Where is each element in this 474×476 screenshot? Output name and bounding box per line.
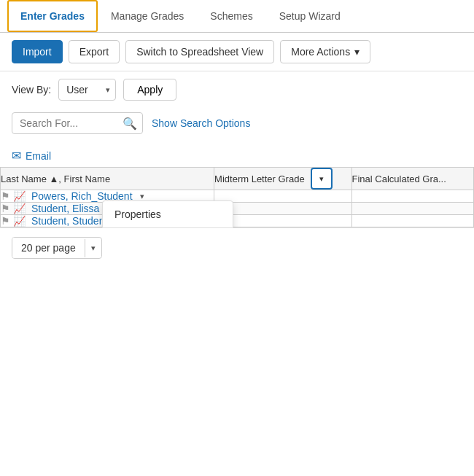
col-midterm-text: Midterm Letter Grade bbox=[214, 173, 305, 184]
flag-icon: ⚑ bbox=[1, 215, 10, 227]
nav-tabs: Enter Grades Manage Grades Schemes Setup… bbox=[0, 0, 474, 33]
view-by-label: View By: bbox=[12, 84, 51, 95]
final-grade-cell-2 bbox=[351, 203, 474, 215]
tab-enter-grades[interactable]: Enter Grades bbox=[7, 0, 98, 32]
grade-cell-2 bbox=[214, 203, 351, 215]
tab-setup-wizard[interactable]: Setup Wizard bbox=[266, 0, 354, 32]
flag-icon: ⚑ bbox=[1, 203, 10, 214]
email-link[interactable]: Email bbox=[26, 150, 51, 162]
chart-icon: 📈 bbox=[13, 215, 26, 227]
search-icon: 🔍 bbox=[123, 117, 137, 130]
search-icon-button[interactable]: 🔍 bbox=[123, 117, 137, 130]
grade-cell-3 bbox=[214, 215, 351, 227]
grade-table-wrapper: Last Name ▲, First Name Midterm Letter G… bbox=[0, 167, 474, 227]
per-page-label: 20 per page bbox=[12, 238, 85, 258]
student-icons-3: ⚑ 📈 bbox=[1, 215, 26, 227]
spreadsheet-view-button[interactable]: Switch to Spreadsheet View bbox=[125, 40, 274, 63]
student-icons-1: ⚑ 📈 bbox=[1, 190, 26, 202]
dropdown-item-properties[interactable]: Properties bbox=[103, 201, 233, 227]
grade-table: Last Name ▲, First Name Midterm Letter G… bbox=[0, 167, 474, 227]
export-button[interactable]: Export bbox=[69, 40, 120, 63]
more-actions-label: More Actions bbox=[291, 46, 350, 58]
final-grade-cell-3 bbox=[351, 215, 474, 227]
view-by-row: View By: User Group ▾ Apply bbox=[0, 71, 474, 108]
per-page-select[interactable]: 20 per page ▾ bbox=[12, 237, 102, 259]
table-row: ⚑ 📈 Powers, Rich_Student ▾ bbox=[1, 190, 474, 203]
col-name-text: Last Name ▲, First Name bbox=[1, 173, 110, 184]
chevron-down-icon: ▾ bbox=[354, 46, 360, 58]
chart-icon: 📈 bbox=[13, 190, 26, 202]
import-button[interactable]: Import bbox=[12, 40, 63, 63]
show-search-options-link[interactable]: Show Search Options bbox=[152, 117, 250, 129]
apply-button[interactable]: Apply bbox=[123, 79, 176, 101]
student-icons-2: ⚑ 📈 bbox=[1, 203, 26, 214]
column-dropdown-menu: Properties Edit Grade All View Statistic… bbox=[102, 200, 233, 227]
final-grade-cell-1 bbox=[351, 190, 474, 203]
chart-icon: 📈 bbox=[13, 203, 26, 214]
more-actions-button[interactable]: More Actions ▾ bbox=[280, 40, 370, 63]
view-by-select[interactable]: User Group bbox=[58, 79, 116, 101]
table-row: ⚑ 📈 Student, StudentOH ▾ bbox=[1, 215, 474, 227]
tab-manage-grades[interactable]: Manage Grades bbox=[98, 0, 197, 32]
flag-icon: ⚑ bbox=[1, 190, 10, 202]
email-row: ✉ Email bbox=[0, 141, 474, 167]
col-header-midterm: Midterm Letter Grade ▾ bbox=[214, 168, 351, 190]
table-row: ⚑ 📈 Student, Elissa Tobin ▾ bbox=[1, 203, 474, 215]
tab-schemes[interactable]: Schemes bbox=[197, 0, 265, 32]
sort-icon: ▲ bbox=[49, 173, 58, 184]
grade-cell-1 bbox=[214, 190, 351, 203]
email-icon: ✉ bbox=[12, 149, 21, 163]
per-page-arrow-icon: ▾ bbox=[85, 239, 101, 257]
view-by-select-wrapper: User Group ▾ bbox=[58, 79, 116, 101]
col-header-name: Last Name ▲, First Name bbox=[1, 168, 214, 190]
search-input-wrapper: 🔍 bbox=[12, 112, 143, 134]
pagination-row: 20 per page ▾ bbox=[0, 227, 474, 268]
chevron-down-icon: ▾ bbox=[319, 174, 324, 184]
col-header-final: Final Calculated Gra... bbox=[351, 168, 474, 190]
search-row: 🔍 Show Search Options bbox=[0, 108, 474, 141]
toolbar: Import Export Switch to Spreadsheet View… bbox=[0, 33, 474, 71]
student-chevron-1[interactable]: ▾ bbox=[140, 192, 144, 201]
midterm-column-dropdown-button[interactable]: ▾ bbox=[311, 168, 333, 190]
